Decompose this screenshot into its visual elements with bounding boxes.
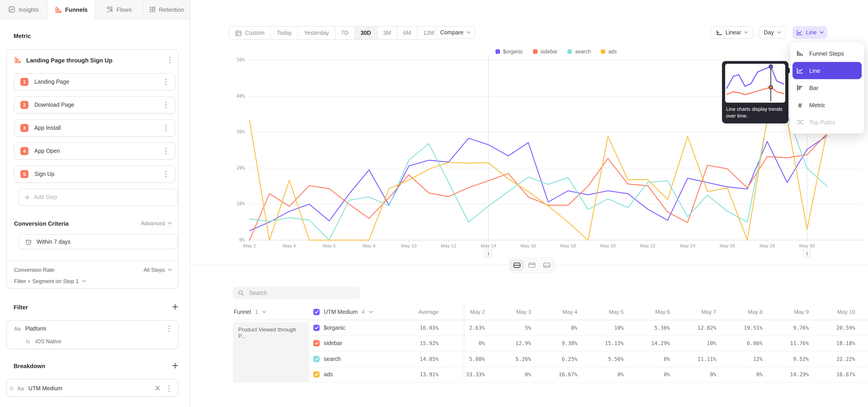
interval-dropdown[interactable]: Day [758, 26, 786, 39]
legend-item-ads[interactable]: ads [601, 49, 617, 54]
tab-flows[interactable]: Flows [95, 0, 143, 20]
kebab-menu-icon[interactable] [165, 101, 167, 108]
tab-funnels[interactable]: Funnels [48, 0, 95, 20]
filter-segment-dropdown[interactable]: Filter + Segment on Step 1 [14, 278, 86, 284]
column-header[interactable]: May 6 [625, 309, 671, 315]
advanced-dropdown[interactable]: Advanced [141, 220, 172, 226]
add-breakdown-button[interactable] [172, 363, 178, 369]
column-header[interactable]: May 8 [717, 309, 764, 315]
row-checkbox[interactable] [313, 309, 320, 315]
all-steps-dropdown[interactable]: All Steps [144, 267, 172, 273]
funnel-step-row[interactable]: 4 App Open [14, 143, 176, 160]
legend-item-organic[interactable]: $organic [495, 49, 523, 54]
add-step-button[interactable]: Add Step [19, 189, 178, 206]
range-custom[interactable]: Custom [229, 27, 271, 39]
layout-table-button[interactable] [540, 259, 553, 271]
drag-handle-icon[interactable] [9, 386, 13, 390]
table-row-organic[interactable]: $organic16.03%2.63%5%8%10%5.36%12.82%19.… [233, 320, 868, 336]
filter-card[interactable]: Aa Platform Is iOS Native [6, 320, 179, 349]
series-line-sidebar[interactable] [250, 134, 827, 240]
kebab-menu-icon[interactable] [168, 325, 170, 333]
column-header[interactable]: May 7 [671, 309, 717, 315]
column-header[interactable]: May 4 [532, 309, 579, 315]
range-7d[interactable]: 7D [335, 27, 355, 39]
row-checkbox[interactable] [313, 340, 320, 347]
menu-item-bar[interactable]: Bar [790, 79, 864, 96]
column-header[interactable]: May 3 [486, 309, 532, 315]
linear-axis-icon [715, 29, 722, 36]
close-icon[interactable] [155, 386, 160, 391]
tab-retention[interactable]: Retention [143, 0, 190, 20]
funnel-step-row[interactable]: 1 Landing Page [14, 73, 176, 90]
kebab-menu-icon[interactable] [169, 57, 171, 64]
tooltip-preview-chart [725, 64, 785, 103]
filter-operator[interactable]: Is [26, 338, 30, 345]
value-cell: 0% [578, 372, 625, 378]
legend-item-sidebar[interactable]: sidebar [533, 49, 557, 54]
value-cell: 14.85% [392, 356, 439, 362]
step-kebab-menu[interactable] [162, 148, 169, 155]
row-checkbox[interactable] [313, 372, 320, 378]
metric-kebab-menu[interactable] [166, 57, 174, 64]
breakdown-column-dropdown[interactable]: UTM Medium4 [312, 309, 392, 315]
column-header[interactable]: May 5 [578, 309, 625, 315]
step-kebab-menu[interactable] [162, 101, 169, 108]
search-input[interactable] [248, 289, 355, 296]
scale-label: Linear [725, 29, 741, 36]
chevron-down-icon [777, 31, 781, 34]
annotation-badge[interactable]: 1 [485, 249, 492, 257]
funnel-step-group-cell[interactable]: Product Viewed through P... [233, 322, 309, 382]
kebab-menu-icon[interactable] [165, 148, 167, 155]
range-yesterday[interactable]: Yesterday [298, 27, 335, 39]
column-header[interactable]: May 2 [439, 309, 486, 315]
kebab-menu-icon[interactable] [165, 124, 167, 132]
range-today[interactable]: Today [271, 27, 298, 39]
funnel-column-dropdown[interactable]: Funnel1 [233, 309, 312, 315]
funnel-step-row[interactable]: 2 Download Page [14, 96, 176, 114]
menu-item-metric[interactable]: #Metric [790, 96, 864, 114]
value-cell: 0% [625, 372, 671, 378]
kebab-menu-icon[interactable] [165, 170, 167, 178]
table-row-sidebar[interactable]: sidebar15.92%0%12.9%9.38%15.15%14.29%10%… [233, 336, 868, 351]
chevron-down-icon [262, 310, 266, 313]
layout-split-button[interactable] [510, 259, 524, 271]
funnel-step-row[interactable]: 3 App Install [14, 119, 176, 136]
filter-kebab-menu[interactable] [165, 325, 173, 333]
series-line-organic[interactable] [250, 136, 827, 231]
range-6m[interactable]: 6M [397, 27, 417, 39]
menu-item-line[interactable]: Line [793, 62, 862, 79]
layout-chart-button[interactable] [525, 259, 538, 271]
conversion-window-button[interactable]: Within 7 days [19, 234, 178, 249]
step-kebab-menu[interactable] [162, 78, 169, 86]
column-header[interactable]: May 10 [810, 309, 856, 315]
funnel-metric-icon [14, 57, 21, 64]
row-checkbox[interactable] [313, 356, 320, 362]
column-header[interactable]: Average [392, 309, 439, 315]
scale-dropdown[interactable]: Linear [710, 26, 754, 39]
kebab-menu-icon[interactable] [165, 78, 167, 86]
breakdown-kebab-menu[interactable] [165, 385, 173, 392]
legend-item-search[interactable]: search [567, 49, 591, 54]
funnel-step-row[interactable]: 5 Sign Up [14, 165, 176, 183]
range-30d[interactable]: 30D [355, 27, 377, 39]
add-filter-button[interactable] [172, 304, 178, 310]
table-row-ads[interactable]: ads13.91%33.33%0%16.67%0%0%0%0%14.29%16.… [233, 367, 868, 383]
funnel-steps-list: 1 Landing Page 2 Download Page 3 App Ins… [7, 73, 178, 189]
chart-legend: $organicsidebarsearchads [249, 49, 864, 54]
filter-value[interactable]: iOS Native [35, 338, 61, 345]
breakdown-card[interactable]: Aa UTM Medium [6, 379, 179, 397]
table-row-search[interactable]: search14.85%5.88%5.26%6.25%5.56%0%11.11%… [233, 351, 868, 367]
tab-insights[interactable]: Insights [0, 0, 48, 20]
step-kebab-menu[interactable] [162, 124, 169, 132]
step-kebab-menu[interactable] [162, 170, 169, 178]
series-line-ads[interactable] [250, 119, 827, 240]
chart-type-dropdown[interactable]: Line [793, 26, 827, 39]
menu-item-funnel-steps[interactable]: Funnel Steps [790, 45, 864, 62]
annotation-badge[interactable]: 1 [803, 249, 811, 257]
kebab-menu-icon[interactable] [168, 385, 170, 392]
table-search[interactable] [233, 287, 360, 300]
column-header[interactable]: May 9 [763, 309, 810, 315]
compare-button[interactable]: Compare [436, 26, 475, 39]
range-3m[interactable]: 3M [377, 27, 397, 39]
row-checkbox[interactable] [313, 325, 320, 331]
